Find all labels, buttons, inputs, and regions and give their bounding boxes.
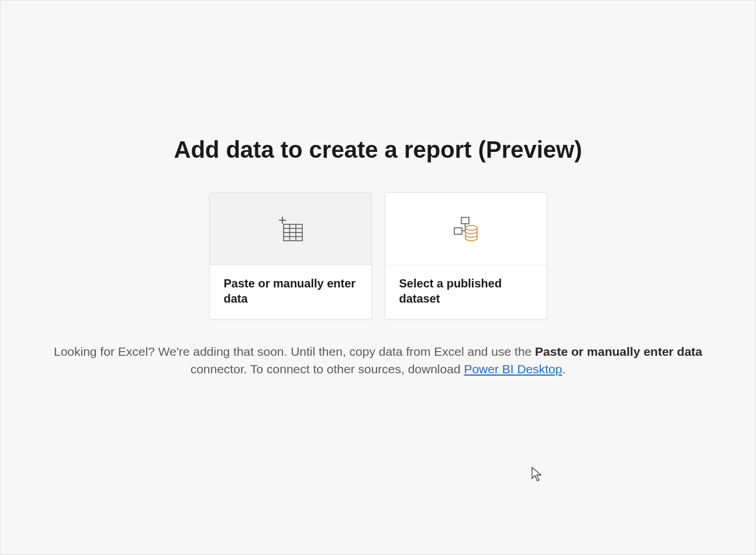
card-icon-area <box>385 193 547 265</box>
help-text-bold: Paste or manually enter data <box>535 345 702 358</box>
page-title: Add data to create a report (Preview) <box>174 137 582 163</box>
cursor-icon <box>531 467 543 482</box>
help-text-part2: connector. To connect to other sources, … <box>191 362 464 376</box>
card-icon-area <box>210 193 371 265</box>
cards-row: Paste or manually enter data <box>209 192 547 320</box>
table-plus-icon <box>277 215 305 243</box>
card-label: Select a published dataset <box>399 276 533 306</box>
help-text-part1: Looking for Excel? We're adding that soo… <box>54 345 535 358</box>
card-label: Paste or manually enter data <box>224 276 357 306</box>
svg-point-12 <box>465 226 477 230</box>
help-text: Looking for Excel? We're adding that soo… <box>16 343 741 377</box>
dataset-icon <box>451 214 481 244</box>
svg-rect-8 <box>461 217 469 224</box>
power-bi-desktop-link[interactable]: Power BI Desktop <box>464 362 562 376</box>
card-label-area: Select a published dataset <box>385 265 547 319</box>
card-paste-data[interactable]: Paste or manually enter data <box>209 192 372 320</box>
card-select-dataset[interactable]: Select a published dataset <box>385 192 547 320</box>
svg-rect-9 <box>454 228 462 234</box>
card-label-area: Paste or manually enter data <box>210 265 371 319</box>
help-text-part3: . <box>562 362 565 376</box>
